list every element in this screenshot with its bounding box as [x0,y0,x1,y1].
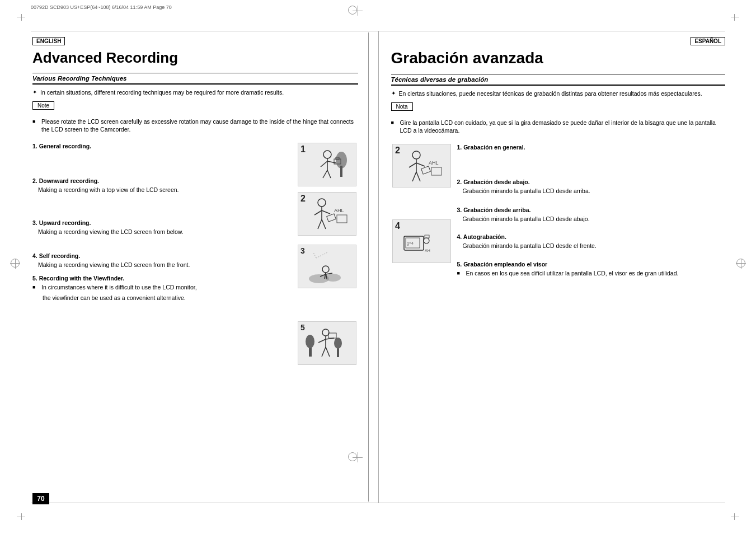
svg-line-42 [416,163,425,166]
english-section-header: Various Recording Techniques [32,73,358,85]
spanish-panel: ESPAÑOL Grabación avanzada Técnicas dive… [381,32,726,502]
reg-mark-right [736,263,746,269]
english-step-4-desc: Making a recording viewing the LCD scree… [32,261,297,269]
english-img-2: 2 [298,192,356,236]
svg-point-32 [322,329,329,336]
english-panel: ENGLISH Advanced Recording Various Recor… [32,32,369,502]
spanish-step-5-title: 5. Grabación empleando el visor [457,261,726,268]
page-container: 00792D SCD903 US+ESP(64~108) 6/16/04 11:… [0,0,756,534]
spanish-step-2: 2. Grabación desde abajo. Grabación mira… [457,179,726,195]
svg-point-22 [325,274,341,282]
crop-mark-br-v [734,513,735,520]
english-step-3: 3. Upward recording. Making a recording … [32,219,297,236]
spanish-title: Grabación avanzada [391,50,726,67]
english-step-2-title: 2. Downward recording. [32,177,297,184]
english-step-4: 4. Self recording. Making a recording vi… [32,252,297,269]
english-step-5-title: 5. Recording with the Viewfinder. [32,275,297,282]
english-note-wrap: Note [32,101,358,114]
english-step-5-subtext: the viewfinder can be used as a convenie… [32,294,297,302]
svg-rect-51 [425,235,429,238]
spanish-step-3-desc: Grabación mirando la pantalla LCD desde … [457,215,726,223]
center-divider [378,31,379,503]
svg-line-15 [322,219,326,229]
spanish-step-4-title: 4. Autograbación. [457,233,726,240]
svg-line-41 [409,163,416,167]
english-steps-list: 1. General recording. 2. Downward record… [32,143,297,367]
spanish-step-2-title: 2. Grabación desde abajo. [457,179,726,185]
svg-line-44 [416,172,420,181]
svg-line-2 [321,161,327,167]
spanish-img-4: 4 g=4 AH [392,219,451,263]
crop-mark-tl-v [21,14,22,21]
spanish-img-2: 2 AHL [392,144,451,188]
english-note-label: Note [32,101,54,110]
english-intro: In certain situations, different recordi… [32,89,358,96]
svg-line-20 [313,252,316,258]
crop-mark-bl-v [21,513,22,520]
spanish-step-1-title: 1. Grabación en general. [457,144,726,151]
spanish-step-3: 3. Grabación desde arriba. Grabación mir… [457,207,726,223]
spanish-step-2-desc: Grabación mirando la pantalla LCD desde … [457,187,726,195]
english-step-3-title: 3. Upward recording. [32,219,297,226]
svg-line-13 [322,210,330,214]
spanish-section-header: Técnicas diversas de grabación [391,74,726,86]
english-step-4-title: 4. Self recording. [32,252,297,259]
english-step-1-title: 1. General recording. [32,143,297,149]
spanish-step-1: 1. Grabación en general. [457,144,726,151]
english-img-2-svg: AHL [305,195,350,232]
spanish-step-5-subbullet: En casos en los que sea difícil utilizar… [457,269,726,278]
svg-rect-38 [328,333,336,338]
english-step-1: 1. General recording. [32,143,297,149]
svg-text:AHL: AHL [429,160,439,166]
spanish-note-label: Nota [391,102,413,111]
spanish-img-4-svg: g=4 AH [400,223,444,260]
svg-point-39 [412,151,420,159]
english-step-2: 2. Downward recording. Making a recordin… [32,177,297,194]
english-images-col: 1 [297,143,358,367]
spanish-lang-badge: ESPAÑOL [691,37,725,45]
svg-rect-47 [431,167,442,175]
spanish-intro: En ciertas situaciones, puede necesitar … [391,90,726,97]
svg-point-29 [306,335,314,348]
svg-line-37 [326,347,330,357]
english-img-1: 1 [298,143,356,186]
svg-rect-16 [326,214,336,222]
spanish-step-4-desc: Grabación mirando la pantalla LCD desde … [457,242,726,250]
svg-line-34 [318,339,326,343]
english-title: Advanced Recording [32,50,358,66]
top-rule [31,31,725,31]
spanish-lang-badge-wrap: ESPAÑOL [391,37,726,48]
svg-point-9 [336,152,347,168]
spanish-note-text: Gire la pantalla LCD con cuidado, ya que… [391,119,726,135]
spanish-img-2-svg: AHL [400,148,444,184]
english-note-text: Please rotate the LCD screen carefully a… [32,118,358,134]
svg-point-31 [334,338,342,349]
svg-line-14 [318,219,322,229]
svg-text:g=4: g=4 [407,241,414,246]
svg-line-4 [323,170,327,178]
spanish-step-5: 5. Grabación empleando el visor En casos… [457,261,726,278]
svg-text:AH: AH [425,249,430,252]
svg-line-19 [316,252,327,258]
svg-point-50 [424,238,429,243]
spanish-step-3-title: 3. Grabación desde arriba. [457,207,726,213]
spanish-note-wrap: Nota [391,102,726,115]
english-img-3-svg [305,248,350,284]
reg-mark-top [353,6,363,11]
english-img-3: 3 [298,245,356,288]
spanish-steps-area: 2 AHL [391,144,726,282]
english-lang-badge: ENGLISH [32,37,65,45]
crop-mark-br-h [731,517,739,517]
english-step-2-desc: Making a recording with a top view of th… [32,186,297,194]
file-info: 00792D SCD903 US+ESP(64~108) 6/16/04 11:… [31,4,172,10]
reg-mark-left [10,263,20,269]
bottom-rule [31,503,725,503]
crop-mark-tr-h [731,17,739,17]
svg-line-43 [412,172,416,181]
svg-line-36 [322,347,326,357]
spanish-step-4: 4. Autograbación. Grabación mirando la p… [457,233,726,250]
english-lang-badge-wrap: ENGLISH [32,37,358,48]
english-img-5: 5 [298,321,356,365]
svg-text:AHL: AHL [334,208,344,213]
english-steps-area: 1. General recording. 2. Downward record… [32,143,358,367]
